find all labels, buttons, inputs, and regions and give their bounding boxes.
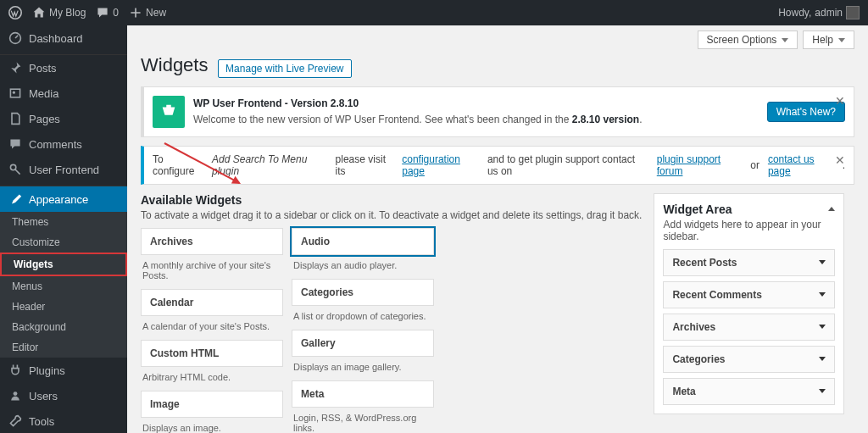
- widget-image[interactable]: Image: [141, 391, 283, 418]
- svg-point-5: [14, 391, 18, 396]
- users-icon: [8, 389, 22, 402]
- available-widgets-desc: To activate a widget drag it to a sideba…: [141, 209, 642, 221]
- plug-icon: [8, 364, 22, 377]
- sidebar-item-themes[interactable]: Themes: [0, 212, 127, 232]
- area-widget-meta[interactable]: Meta: [663, 378, 835, 405]
- chevron-down-icon: [819, 325, 826, 329]
- area-widget-archives[interactable]: Archives: [663, 314, 835, 341]
- support-forum-link[interactable]: plugin support forum: [657, 153, 742, 177]
- pin-icon: [8, 61, 22, 75]
- chevron-down-icon: [819, 357, 826, 361]
- widget-calendar[interactable]: Calendar: [141, 289, 283, 316]
- live-preview-button[interactable]: Manage with Live Preview: [218, 59, 351, 78]
- sidebar-item-dashboard[interactable]: Dashboard: [0, 25, 127, 51]
- widget-audio[interactable]: Audio: [292, 228, 434, 255]
- notice-search-plugin: To configure Add Search To Menu plugin p…: [141, 146, 854, 185]
- home-icon: [32, 6, 46, 19]
- site-link[interactable]: My Blog: [32, 6, 86, 19]
- key-icon: [8, 163, 22, 176]
- sidebar-item-users[interactable]: Users: [0, 383, 127, 408]
- widget-area-panel: Widget Area Add widgets here to appear i…: [654, 193, 844, 414]
- sidebar-item-plugins[interactable]: Plugins: [0, 358, 127, 383]
- sidebar-item-editor[interactable]: Editor: [0, 337, 127, 358]
- sidebar-item-customize[interactable]: Customize: [0, 232, 127, 253]
- chevron-down-icon: [819, 260, 826, 264]
- whats-new-button[interactable]: What's New?: [767, 102, 845, 122]
- sidebar-item-menus[interactable]: Menus: [0, 276, 127, 297]
- svg-point-3: [13, 92, 15, 94]
- sidebar-item-user-frontend[interactable]: User Frontend: [0, 157, 127, 182]
- wp-logo[interactable]: [8, 6, 22, 19]
- site-title: My Blog: [49, 7, 86, 19]
- page-title: Widgets: [141, 54, 208, 76]
- widget-meta[interactable]: Meta: [292, 380, 434, 408]
- new-content-link[interactable]: New: [129, 6, 166, 19]
- sidebar-item-pages[interactable]: Pages: [0, 106, 127, 131]
- chevron-down-icon: [819, 389, 826, 393]
- dismiss-notice-button[interactable]: ✕: [835, 153, 845, 167]
- sidebar-item-tools[interactable]: Tools: [0, 408, 127, 433]
- chevron-down-icon: [838, 38, 845, 42]
- svg-rect-2: [10, 89, 19, 97]
- media-icon: [8, 86, 22, 100]
- notice-wp-user-frontend: WP User Frontend - Version 2.8.10 Welcom…: [141, 86, 854, 137]
- comments-count: 0: [113, 7, 119, 19]
- screen-options-button[interactable]: Screen Options: [698, 31, 798, 49]
- avatar: [846, 6, 860, 19]
- sidebar-item-widgets[interactable]: Widgets: [2, 254, 125, 275]
- area-widget-recent-posts[interactable]: Recent Posts: [663, 249, 835, 276]
- page-icon: [8, 112, 22, 125]
- comment-icon: [8, 137, 22, 151]
- available-widgets-heading: Available Widgets: [141, 193, 642, 207]
- area-widget-categories[interactable]: Categories: [663, 346, 835, 373]
- dashboard-icon: [8, 31, 22, 45]
- brush-icon: [8, 192, 22, 206]
- admin-sidebar: Dashboard Posts Media Pages Comments Use…: [0, 25, 127, 433]
- config-page-link[interactable]: configuration page: [402, 153, 479, 177]
- sidebar-item-media[interactable]: Media: [0, 80, 127, 106]
- widget-area-heading[interactable]: Widget Area: [663, 203, 835, 216]
- area-widget-recent-comments[interactable]: Recent Comments: [663, 281, 835, 308]
- chevron-down-icon: [782, 38, 788, 42]
- svg-point-4: [10, 164, 15, 169]
- chevron-down-icon: [819, 292, 826, 297]
- plugin-icon: [153, 96, 185, 128]
- howdy-link[interactable]: Howdy, admin: [778, 6, 860, 19]
- widget-categories[interactable]: Categories: [292, 279, 434, 306]
- sidebar-item-background[interactable]: Background: [0, 317, 127, 337]
- widget-custom-html[interactable]: Custom HTML: [141, 340, 283, 367]
- sidebar-item-comments[interactable]: Comments: [0, 131, 127, 157]
- dismiss-notice-button[interactable]: ✕: [835, 94, 845, 108]
- plus-icon: [129, 6, 142, 19]
- comment-icon: [96, 6, 109, 19]
- widget-archives[interactable]: Archives: [141, 228, 283, 255]
- admin-bar: My Blog 0 New Howdy, admin: [0, 0, 868, 25]
- contact-us-link[interactable]: contact us page: [768, 153, 834, 177]
- wrench-icon: [8, 414, 22, 428]
- widget-gallery[interactable]: Gallery: [292, 330, 434, 357]
- comments-link[interactable]: 0: [96, 6, 119, 19]
- sidebar-item-header[interactable]: Header: [0, 297, 127, 317]
- new-label: New: [146, 7, 166, 19]
- sidebar-item-posts[interactable]: Posts: [0, 55, 127, 80]
- sidebar-item-appearance[interactable]: Appearance: [0, 186, 127, 212]
- help-button[interactable]: Help: [803, 31, 854, 49]
- chevron-up-icon: [828, 207, 835, 211]
